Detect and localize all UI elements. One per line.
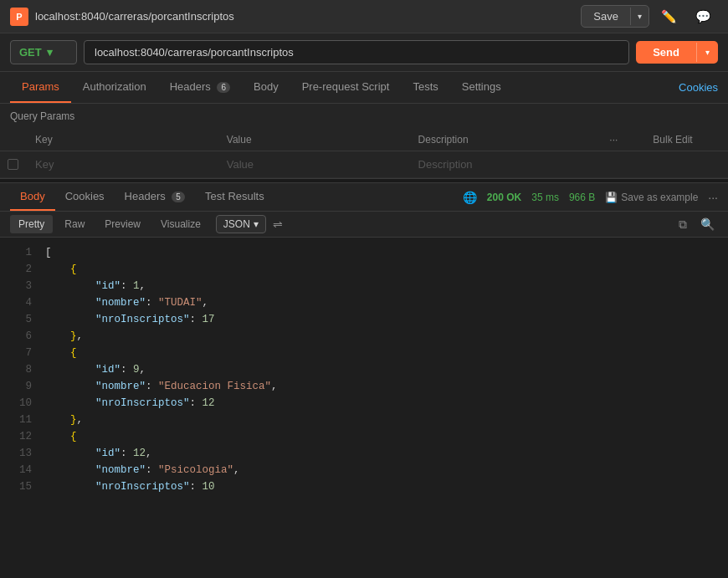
checkbox-unchecked[interactable]: [8, 159, 18, 170]
json-format-label: JSON: [223, 218, 250, 230]
params-table: Key Value Description ··· Bulk Edit: [0, 129, 728, 178]
response-time: 35 ms: [531, 192, 559, 203]
method-dropdown-icon: ▾: [47, 46, 53, 59]
bulk-edit-header: Bulk Edit: [633, 129, 728, 151]
code-line-5: 5 "nroInscriptos": 17: [0, 311, 728, 328]
response-more-button[interactable]: ···: [708, 191, 718, 204]
save-button-group: Save ▾: [581, 5, 649, 28]
response-tab-cookies[interactable]: Cookies: [55, 183, 115, 211]
save-example-label: Save as example: [621, 192, 698, 203]
response-size: 966 B: [569, 192, 595, 203]
value-col-header: Value: [217, 129, 408, 151]
code-line-2: 2 {: [0, 261, 728, 278]
param-key-input[interactable]: [25, 151, 217, 177]
filter-icon[interactable]: ⇌: [273, 217, 283, 231]
search-button[interactable]: 🔍: [697, 216, 718, 233]
response-headers-badge: 5: [172, 192, 185, 202]
format-tabs-right: ⧉ 🔍: [675, 216, 718, 233]
tab-tests[interactable]: Tests: [401, 72, 449, 103]
save-dropdown-button[interactable]: ▾: [630, 8, 649, 25]
response-tab-test-results[interactable]: Test Results: [195, 183, 274, 211]
code-line-14: 14 "nombre": "Psicologia",: [0, 462, 728, 478]
method-select[interactable]: GET ▾: [10, 40, 77, 64]
tab-authorization[interactable]: Authorization: [71, 72, 158, 103]
tab-settings[interactable]: Settings: [450, 72, 513, 103]
response-status-bar: 🌐 200 OK 35 ms 966 B 💾 Save as example ·…: [463, 191, 718, 204]
request-tabs-bar: Params Authorization Headers 6 Body Pre-…: [0, 72, 728, 104]
title-url: localhost:8040/carreras/porcantInscripto…: [35, 10, 234, 23]
code-line-4: 4 "nombre": "TUDAI",: [0, 294, 728, 311]
param-desc-input[interactable]: [408, 151, 600, 177]
param-value-cell[interactable]: [217, 151, 408, 178]
format-tabs-bar: Pretty Raw Preview Visualize JSON ▾ ⇌ ⧉ …: [0, 212, 728, 238]
headers-badge: 6: [217, 82, 230, 93]
param-more-cell: [599, 151, 633, 178]
param-empty-cell: [633, 151, 728, 178]
key-col-header: Key: [25, 129, 217, 151]
tab-body[interactable]: Body: [242, 72, 290, 103]
bulk-edit-btn[interactable]: Bulk Edit: [643, 134, 702, 146]
comment-icon-button[interactable]: 💬: [689, 5, 718, 28]
param-value-input[interactable]: [217, 151, 408, 177]
tab-prerequest[interactable]: Pre-request Script: [290, 72, 402, 103]
param-desc-cell[interactable]: [408, 151, 600, 178]
format-tab-preview[interactable]: Preview: [96, 215, 149, 233]
format-tab-raw[interactable]: Raw: [56, 215, 93, 233]
url-input[interactable]: [84, 40, 629, 64]
code-line-9: 9 "nombre": "Educacion Fisica",: [0, 378, 728, 395]
cookies-link[interactable]: Cookies: [679, 73, 718, 102]
code-line-16: 16 },: [0, 495, 728, 497]
request-bar: GET ▾ Send ▾: [0, 33, 728, 72]
response-body-code[interactable]: 1 [ 2 { 3 "id": 1, 4 "nombre": "TUDAI", …: [0, 238, 728, 497]
response-tab-body[interactable]: Body: [10, 183, 55, 211]
code-line-11: 11 },: [0, 412, 728, 428]
desc-col-header: Description: [408, 129, 600, 151]
save-button[interactable]: Save: [582, 6, 630, 27]
json-format-select[interactable]: JSON ▾: [216, 215, 266, 233]
globe-icon: 🌐: [463, 191, 477, 204]
status-code: 200 OK: [487, 192, 521, 203]
tab-headers[interactable]: Headers 6: [158, 72, 242, 103]
format-tab-pretty[interactable]: Pretty: [10, 215, 53, 233]
code-line-13: 13 "id": 12,: [0, 445, 728, 462]
send-dropdown-button[interactable]: ▾: [696, 43, 718, 62]
tab-params[interactable]: Params: [10, 72, 71, 103]
save-as-example-button[interactable]: 💾 Save as example: [605, 192, 698, 203]
edit-icon-button[interactable]: ✏️: [654, 5, 684, 28]
title-bar-left: P localhost:8040/carreras/porcantInscrip…: [10, 8, 234, 26]
send-button[interactable]: Send: [636, 41, 696, 64]
code-line-1: 1 [: [0, 244, 728, 261]
param-checkbox: [0, 151, 25, 178]
code-line-6: 6 },: [0, 328, 728, 345]
method-label: GET: [19, 46, 42, 59]
param-key-cell[interactable]: [25, 151, 217, 178]
response-tabs-bar: Body Cookies Headers 5 Test Results 🌐 20…: [0, 183, 728, 212]
code-line-10: 10 "nroInscriptos": 12: [0, 395, 728, 412]
query-params-label: Query Params: [0, 104, 728, 129]
format-tab-visualize[interactable]: Visualize: [152, 215, 209, 233]
title-bar: P localhost:8040/carreras/porcantInscrip…: [0, 0, 728, 33]
code-line-7: 7 {: [0, 345, 728, 361]
save-icon: 💾: [605, 192, 618, 203]
code-line-12: 12 {: [0, 428, 728, 445]
response-tab-headers[interactable]: Headers 5: [115, 183, 195, 211]
more-col-header: ···: [599, 129, 633, 151]
code-line-8: 8 "id": 9,: [0, 361, 728, 378]
send-button-group: Send ▾: [636, 41, 718, 64]
code-line-3: 3 "id": 1,: [0, 278, 728, 294]
code-line-15: 15 "nroInscriptos": 10: [0, 478, 728, 495]
json-dropdown-icon: ▾: [254, 218, 259, 230]
checkbox-col-header: [0, 129, 25, 151]
postman-icon: P: [10, 8, 28, 26]
title-bar-right: Save ▾ ✏️ 💬: [581, 5, 718, 28]
copy-button[interactable]: ⧉: [675, 216, 690, 233]
param-row-empty: [0, 151, 728, 178]
